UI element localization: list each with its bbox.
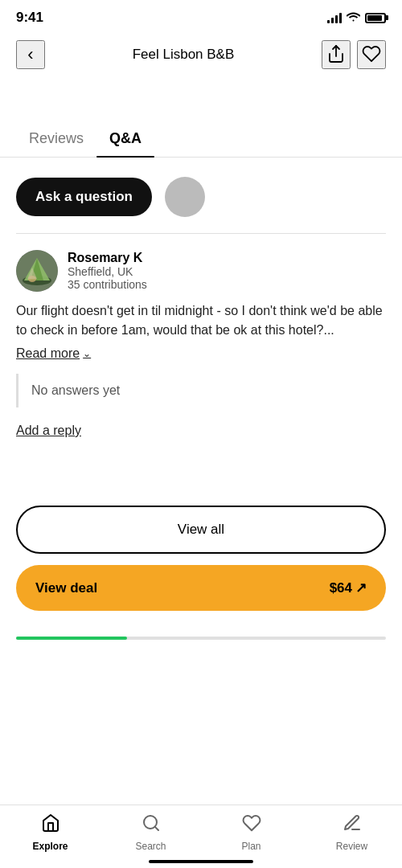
qa-item: Rosemary K Sheffield, UK 35 contribution… xyxy=(16,250,386,438)
nav-item-explore[interactable]: Explore xyxy=(0,813,100,852)
deal-price: $64 ↗ xyxy=(330,579,367,596)
view-deal-button[interactable]: View deal $64 ↗ xyxy=(16,565,386,611)
status-time: 9:41 xyxy=(16,10,43,26)
user-details: Rosemary K Sheffield, UK 35 contribution… xyxy=(68,251,147,291)
tab-reviews[interactable]: Reviews xyxy=(16,121,96,157)
view-deal-label: View deal xyxy=(35,580,97,596)
read-more-button[interactable]: Read more ⌄ xyxy=(16,346,91,361)
signal-icon xyxy=(327,12,342,23)
progress-fill xyxy=(16,637,127,640)
nav-label-review: Review xyxy=(336,841,367,852)
content-area: Ask a question Rosemary K Sheffield, UK xyxy=(0,158,402,473)
pencil-icon xyxy=(343,813,362,837)
nav-label-explore: Explore xyxy=(32,841,68,852)
share-icon xyxy=(326,44,346,66)
user-name: Rosemary K xyxy=(68,251,147,265)
ask-question-button[interactable]: Ask a question xyxy=(16,178,152,216)
question-text: Our flight doesn't get in til midnight -… xyxy=(16,301,386,340)
user-info: Rosemary K Sheffield, UK 35 contribution… xyxy=(16,250,386,292)
nav-item-review[interactable]: Review xyxy=(302,813,402,852)
share-button[interactable] xyxy=(322,40,351,69)
divider xyxy=(16,233,386,234)
tab-qa[interactable]: Q&A xyxy=(96,121,154,157)
back-arrow-icon: ‹ xyxy=(27,44,33,65)
ask-question-row: Ask a question xyxy=(16,177,386,217)
header: ‹ Feel Lisbon B&B xyxy=(0,32,402,80)
progress-strip xyxy=(16,637,386,640)
favorite-button[interactable] xyxy=(357,40,386,69)
buttons-section: View all View deal $64 ↗ xyxy=(0,473,402,624)
status-icons xyxy=(327,11,386,24)
user-location: Sheffield, UK xyxy=(68,265,147,278)
chevron-down-icon: ⌄ xyxy=(83,348,91,359)
page-title: Feel Lisbon B&B xyxy=(133,47,235,63)
wifi-icon xyxy=(347,11,360,24)
tabs: Reviews Q&A xyxy=(0,121,402,158)
nav-label-search: Search xyxy=(135,841,166,852)
home-icon xyxy=(41,813,60,837)
add-reply-button[interactable]: Add a reply xyxy=(16,424,81,438)
user-avatar-circle xyxy=(165,177,205,217)
user-avatar xyxy=(16,250,58,292)
user-contributions: 35 contributions xyxy=(68,278,147,291)
view-all-button[interactable]: View all xyxy=(16,506,386,554)
status-bar: 9:41 xyxy=(0,0,402,32)
plan-heart-icon xyxy=(242,813,261,837)
back-button[interactable]: ‹ xyxy=(16,40,45,69)
search-icon xyxy=(142,813,161,837)
svg-line-8 xyxy=(154,827,158,830)
nav-item-plan[interactable]: Plan xyxy=(201,813,302,852)
bottom-nav: Explore Search Plan Review xyxy=(0,805,402,868)
heart-icon xyxy=(362,44,381,66)
arrow-icon: ↗ xyxy=(355,579,367,596)
home-indicator xyxy=(149,860,253,863)
no-answers-section: No answers yet xyxy=(16,374,386,407)
no-answers-text: No answers yet xyxy=(31,383,120,397)
nav-item-search[interactable]: Search xyxy=(100,813,201,852)
nav-label-plan: Plan xyxy=(241,841,260,852)
battery-icon xyxy=(365,13,386,23)
